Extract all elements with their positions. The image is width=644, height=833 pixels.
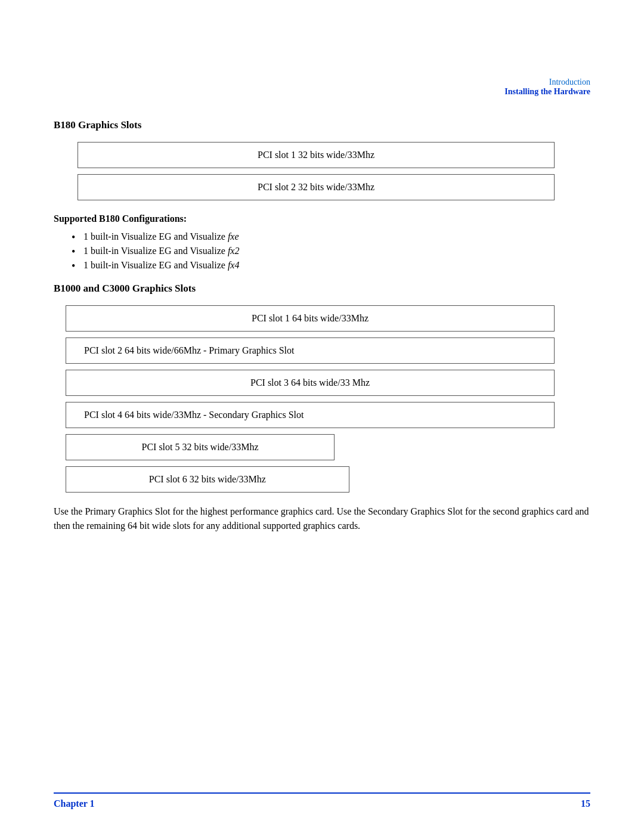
list-item-1: 1 built-in Visualize EG and Visualize fx… (72, 231, 590, 242)
b1000-heading: B1000 and C3000 Graphics Slots (54, 283, 590, 295)
b180-slot-1: PCI slot 1 32 bits wide/33Mhz (78, 142, 555, 168)
b1000-slot-2: PCI slot 2 64 bits wide/66Mhz - Primary … (66, 337, 555, 364)
b1000-slot-3: PCI slot 3 64 bits wide/33 Mhz (66, 370, 555, 396)
footer-page-number: 15 (581, 798, 590, 809)
bullet-list: 1 built-in Visualize EG and Visualize fx… (72, 231, 590, 271)
list-item-2-italic: fx2 (228, 246, 240, 256)
list-item-2: 1 built-in Visualize EG and Visualize fx… (72, 246, 590, 256)
b1000-slot-5: PCI slot 5 32 bits wide/33Mhz (66, 434, 335, 460)
description-text: Use the Primary Graphics Slot for the hi… (54, 504, 590, 533)
b1000-slot-6: PCI slot 6 32 bits wide/33Mhz (66, 466, 349, 493)
list-item-3: 1 built-in Visualize EG and Visualize fx… (72, 260, 590, 271)
list-item-1-text: 1 built-in Visualize EG and Visualize fx… (83, 231, 239, 241)
b1000-slot-4: PCI slot 4 64 bits wide/33Mhz - Secondar… (66, 402, 555, 428)
footer-chapter: Chapter 1 (54, 798, 95, 809)
b180-slot-2: PCI slot 2 32 bits wide/33Mhz (78, 174, 555, 200)
nav-intro-link[interactable]: Introduction (504, 78, 590, 87)
top-nav: Introduction Installing the Hardware (504, 78, 590, 97)
b1000-slot-1: PCI slot 1 64 bits wide/33Mhz (66, 305, 555, 332)
footer: Chapter 1 15 (54, 792, 590, 809)
supported-heading: Supported B180 Configurations: (54, 213, 590, 224)
list-item-3-text: 1 built-in Visualize EG and Visualize fx… (83, 260, 239, 270)
main-content: B180 Graphics Slots PCI slot 1 32 bits w… (54, 119, 590, 551)
list-item-3-italic: fx4 (228, 260, 240, 270)
list-item-2-text: 1 built-in Visualize EG and Visualize fx… (83, 246, 239, 256)
nav-current-label: Installing the Hardware (504, 87, 590, 97)
b180-heading: B180 Graphics Slots (54, 119, 590, 131)
list-item-1-italic: fxe (228, 231, 239, 241)
page-container: Introduction Installing the Hardware B18… (0, 0, 644, 833)
b180-slots-container: PCI slot 1 32 bits wide/33Mhz PCI slot 2… (78, 142, 555, 200)
b1000-slots-container: PCI slot 1 64 bits wide/33Mhz PCI slot 2… (66, 305, 555, 493)
